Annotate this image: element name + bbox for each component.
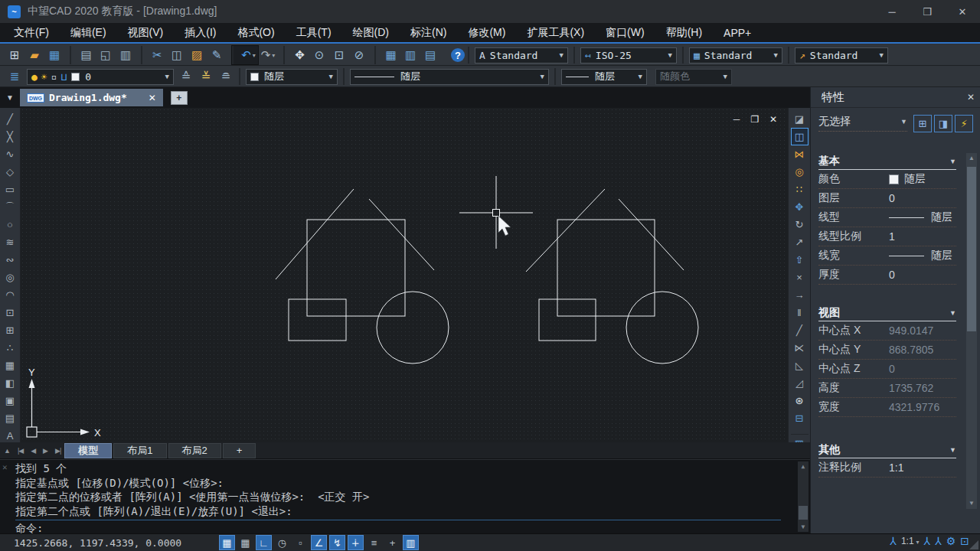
layer-manager-icon[interactable]: ≣ — [5, 67, 24, 86]
menu-item[interactable]: 帮助(H) — [655, 22, 713, 43]
settings-gear-icon[interactable]: ⚙ — [946, 535, 956, 547]
line-icon[interactable]: ╱ — [2, 110, 19, 128]
dyn-input-icon[interactable]: ↯ — [329, 535, 345, 550]
xline-icon[interactable]: ╳ — [2, 128, 19, 145]
menu-item[interactable]: 视图(V) — [117, 22, 175, 43]
copy-icon[interactable]: ◫ — [167, 46, 187, 64]
maximize-button[interactable]: ❒ — [910, 0, 945, 23]
menu-item[interactable]: 修改(M) — [457, 22, 516, 43]
plot-icon[interactable]: ▥ — [116, 46, 136, 64]
otrack-toggle-icon[interactable]: ∠ — [311, 535, 327, 550]
paste-icon[interactable]: ▨ — [187, 46, 207, 64]
snap-toggle-icon[interactable]: ▦ — [237, 535, 253, 550]
scroll-up-icon[interactable]: ▲ — [966, 153, 977, 164]
child-minimize-button[interactable]: ─ — [731, 114, 742, 125]
ellipse-arc-icon[interactable]: ◠ — [2, 286, 19, 304]
child-close-button[interactable]: ✕ — [768, 114, 779, 125]
scroll-up-icon[interactable]: ▲ — [798, 461, 808, 471]
add-scale-icon[interactable]: + — [384, 535, 400, 550]
layout-nav-icon[interactable]: |◀ — [14, 447, 27, 455]
arc-icon[interactable]: ⌒ — [2, 198, 19, 216]
markup-icon[interactable]: ▤ — [420, 46, 440, 64]
quick-select-icon[interactable]: ⊞ — [913, 115, 932, 132]
toggle-pickadd-icon[interactable]: ⚡ — [955, 115, 973, 132]
extend-icon[interactable]: → — [791, 286, 808, 304]
new-file-icon[interactable]: ⊞ — [5, 46, 24, 64]
menu-item[interactable]: 格式(O) — [227, 22, 285, 43]
section-view[interactable]: 视图 ▼ — [818, 305, 956, 321]
table-icon[interactable]: ▤ — [2, 409, 19, 427]
join-icon[interactable]: ⋉ — [791, 339, 808, 357]
break-point-icon[interactable]: ‖ — [791, 304, 808, 321]
plotstyle-combo[interactable]: 随颜色 ▼ — [655, 69, 732, 85]
linetype-combo[interactable]: 随层 ▼ — [350, 69, 549, 85]
prop-linetype-scale[interactable]: 线型比例 1 — [818, 227, 956, 246]
tab-close-icon[interactable]: ✕ — [149, 93, 156, 103]
prop-center-x[interactable]: 中心点 X 949.0147 — [818, 321, 956, 341]
explode-icon[interactable]: ⊛ — [791, 392, 808, 409]
layer-isolate-icon[interactable]: ≘ — [216, 67, 236, 86]
erase-icon[interactable]: ◪ — [791, 110, 808, 128]
polyline-icon[interactable]: ∿ — [2, 145, 19, 163]
zoom-realtime-icon[interactable]: ⊙ — [309, 46, 329, 64]
new-document-button[interactable]: + — [171, 91, 188, 105]
layout-nav-icon[interactable]: ▲ — [0, 447, 14, 455]
scrollbar-thumb[interactable] — [967, 167, 976, 331]
insert-block-icon[interactable]: ⊡ — [2, 304, 19, 321]
zoom-window-icon[interactable]: ⊡ — [329, 46, 349, 64]
section-basic[interactable]: 基本 ▼ — [818, 153, 956, 170]
annotation-auto-icon[interactable]: ⅄ — [935, 535, 942, 547]
move-icon[interactable]: ✥ — [791, 198, 808, 216]
chamfer-icon[interactable]: ◺ — [791, 357, 808, 374]
section-other[interactable]: 其他 ▼ — [818, 442, 956, 458]
menu-item[interactable]: 绘图(D) — [342, 22, 400, 43]
open-file-icon[interactable]: ▰ — [24, 46, 44, 64]
rotate-icon[interactable]: ↻ — [791, 216, 808, 233]
tab-layout2[interactable]: 布局2 — [168, 443, 221, 458]
scale-icon[interactable]: ↗ — [791, 233, 808, 251]
tab-new-layout[interactable]: + — [223, 443, 256, 458]
point-icon[interactable]: ∴ — [2, 339, 19, 357]
child-restore-button[interactable]: ❐ — [750, 114, 760, 125]
menu-item[interactable]: 文件(F) — [3, 22, 60, 43]
lineweight-toggle-icon[interactable]: ∔ — [348, 535, 364, 550]
scroll-down-icon[interactable]: ▼ — [966, 498, 977, 509]
zoom-previous-icon[interactable]: ⊘ — [349, 46, 369, 64]
layer-previous-icon[interactable]: ≚ — [196, 67, 216, 86]
prop-width[interactable]: 宽度 4321.9776 — [818, 398, 956, 417]
tab-layout1[interactable]: 布局1 — [113, 443, 166, 458]
help-icon[interactable]: ? — [451, 48, 465, 62]
hatch-icon[interactable]: ▦ — [2, 357, 19, 374]
print-preview-icon[interactable]: ◱ — [96, 46, 116, 64]
minimize-button[interactable]: ─ — [874, 0, 910, 23]
copy-object-icon[interactable]: ◫ — [791, 128, 808, 145]
circle-icon[interactable]: ○ — [2, 216, 19, 233]
match-properties-icon[interactable]: ✎ — [207, 46, 227, 64]
menu-item[interactable]: 插入(I) — [174, 22, 227, 43]
prop-layer[interactable]: 图层 0 — [818, 189, 956, 208]
command-scrollbar[interactable]: ▲ ▼ — [798, 461, 808, 532]
prop-color[interactable]: 颜色 随层 — [818, 170, 956, 189]
drawing-canvas[interactable]: Y X ─ ❐ ✕ — [21, 108, 788, 442]
menu-item[interactable]: APP+ — [713, 22, 762, 43]
redo-icon[interactable]: ↷ — [258, 46, 278, 64]
fillet-icon[interactable]: ◿ — [791, 374, 808, 392]
make-block-icon[interactable]: ⊞ — [2, 321, 19, 339]
prop-linetype[interactable]: 线型 随层 — [818, 208, 956, 227]
stretch-icon[interactable]: ⇧ — [791, 251, 808, 269]
osnap-toggle-icon[interactable]: ▫ — [292, 535, 309, 550]
fullscreen-icon[interactable]: ⊡ — [960, 535, 969, 547]
cut-icon[interactable]: ✂ — [141, 46, 167, 64]
pan-icon[interactable]: ✥ — [283, 46, 309, 64]
offset-icon[interactable]: ◎ — [791, 163, 808, 181]
text-style-combo[interactable]: A Standard ▼ — [475, 47, 568, 64]
annotation-visibility-icon[interactable]: ⅄ — [924, 535, 931, 547]
print-icon[interactable]: ▤ — [70, 46, 96, 64]
prop-annotation-scale[interactable]: 注释比例 1:1 — [818, 458, 956, 478]
menu-item[interactable]: 标注(N) — [400, 22, 457, 43]
prop-center-y[interactable]: 中心点 Y 868.7805 — [818, 341, 956, 360]
layout-nav-icon[interactable]: ▶| — [51, 447, 64, 455]
mleader-style-combo[interactable]: ↗ Standard ▼ — [795, 47, 888, 64]
layout-nav-icon[interactable]: ▶ — [39, 447, 51, 455]
polar-toggle-icon[interactable]: ◷ — [274, 535, 290, 550]
